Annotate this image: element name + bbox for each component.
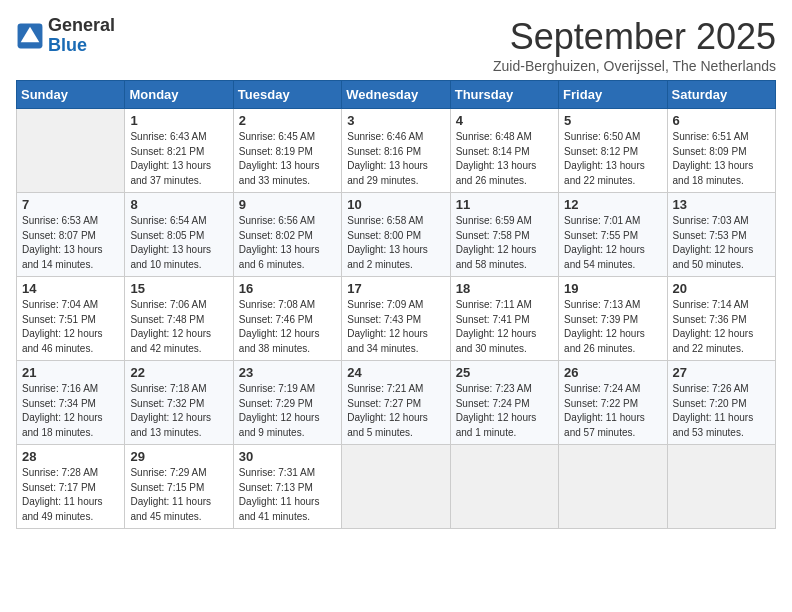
logo: General Blue bbox=[16, 16, 115, 56]
weekday-header-wednesday: Wednesday bbox=[342, 81, 450, 109]
calendar-cell: 4Sunrise: 6:48 AM Sunset: 8:14 PM Daylig… bbox=[450, 109, 558, 193]
calendar-cell: 18Sunrise: 7:11 AM Sunset: 7:41 PM Dayli… bbox=[450, 277, 558, 361]
day-info: Sunrise: 7:29 AM Sunset: 7:15 PM Dayligh… bbox=[130, 466, 227, 524]
week-row-5: 28Sunrise: 7:28 AM Sunset: 7:17 PM Dayli… bbox=[17, 445, 776, 529]
day-number: 17 bbox=[347, 281, 444, 296]
calendar-cell: 25Sunrise: 7:23 AM Sunset: 7:24 PM Dayli… bbox=[450, 361, 558, 445]
calendar-cell: 5Sunrise: 6:50 AM Sunset: 8:12 PM Daylig… bbox=[559, 109, 667, 193]
weekday-header-friday: Friday bbox=[559, 81, 667, 109]
day-number: 18 bbox=[456, 281, 553, 296]
calendar-cell: 19Sunrise: 7:13 AM Sunset: 7:39 PM Dayli… bbox=[559, 277, 667, 361]
calendar-cell: 8Sunrise: 6:54 AM Sunset: 8:05 PM Daylig… bbox=[125, 193, 233, 277]
day-number: 30 bbox=[239, 449, 336, 464]
day-number: 10 bbox=[347, 197, 444, 212]
day-info: Sunrise: 7:13 AM Sunset: 7:39 PM Dayligh… bbox=[564, 298, 661, 356]
day-info: Sunrise: 7:09 AM Sunset: 7:43 PM Dayligh… bbox=[347, 298, 444, 356]
month-title: September 2025 bbox=[493, 16, 776, 58]
weekday-header-sunday: Sunday bbox=[17, 81, 125, 109]
day-number: 26 bbox=[564, 365, 661, 380]
day-number: 28 bbox=[22, 449, 119, 464]
calendar-cell: 14Sunrise: 7:04 AM Sunset: 7:51 PM Dayli… bbox=[17, 277, 125, 361]
day-number: 9 bbox=[239, 197, 336, 212]
weekday-header-thursday: Thursday bbox=[450, 81, 558, 109]
day-number: 24 bbox=[347, 365, 444, 380]
weekday-header-tuesday: Tuesday bbox=[233, 81, 341, 109]
day-info: Sunrise: 7:08 AM Sunset: 7:46 PM Dayligh… bbox=[239, 298, 336, 356]
day-info: Sunrise: 6:56 AM Sunset: 8:02 PM Dayligh… bbox=[239, 214, 336, 272]
day-number: 12 bbox=[564, 197, 661, 212]
calendar-cell: 13Sunrise: 7:03 AM Sunset: 7:53 PM Dayli… bbox=[667, 193, 775, 277]
day-info: Sunrise: 6:58 AM Sunset: 8:00 PM Dayligh… bbox=[347, 214, 444, 272]
calendar-cell: 24Sunrise: 7:21 AM Sunset: 7:27 PM Dayli… bbox=[342, 361, 450, 445]
day-number: 8 bbox=[130, 197, 227, 212]
day-info: Sunrise: 6:53 AM Sunset: 8:07 PM Dayligh… bbox=[22, 214, 119, 272]
week-row-1: 1Sunrise: 6:43 AM Sunset: 8:21 PM Daylig… bbox=[17, 109, 776, 193]
calendar-cell: 3Sunrise: 6:46 AM Sunset: 8:16 PM Daylig… bbox=[342, 109, 450, 193]
calendar-cell bbox=[667, 445, 775, 529]
weekday-header-monday: Monday bbox=[125, 81, 233, 109]
calendar-table: SundayMondayTuesdayWednesdayThursdayFrid… bbox=[16, 80, 776, 529]
week-row-2: 7Sunrise: 6:53 AM Sunset: 8:07 PM Daylig… bbox=[17, 193, 776, 277]
day-info: Sunrise: 7:21 AM Sunset: 7:27 PM Dayligh… bbox=[347, 382, 444, 440]
weekday-header-saturday: Saturday bbox=[667, 81, 775, 109]
day-info: Sunrise: 6:45 AM Sunset: 8:19 PM Dayligh… bbox=[239, 130, 336, 188]
calendar-cell bbox=[342, 445, 450, 529]
day-number: 5 bbox=[564, 113, 661, 128]
day-info: Sunrise: 7:11 AM Sunset: 7:41 PM Dayligh… bbox=[456, 298, 553, 356]
day-number: 7 bbox=[22, 197, 119, 212]
day-info: Sunrise: 7:06 AM Sunset: 7:48 PM Dayligh… bbox=[130, 298, 227, 356]
day-info: Sunrise: 7:16 AM Sunset: 7:34 PM Dayligh… bbox=[22, 382, 119, 440]
weekday-header-row: SundayMondayTuesdayWednesdayThursdayFrid… bbox=[17, 81, 776, 109]
calendar-cell: 27Sunrise: 7:26 AM Sunset: 7:20 PM Dayli… bbox=[667, 361, 775, 445]
calendar-cell bbox=[450, 445, 558, 529]
day-info: Sunrise: 6:43 AM Sunset: 8:21 PM Dayligh… bbox=[130, 130, 227, 188]
day-number: 6 bbox=[673, 113, 770, 128]
logo-icon bbox=[16, 22, 44, 50]
calendar-cell: 7Sunrise: 6:53 AM Sunset: 8:07 PM Daylig… bbox=[17, 193, 125, 277]
calendar-cell: 30Sunrise: 7:31 AM Sunset: 7:13 PM Dayli… bbox=[233, 445, 341, 529]
day-number: 3 bbox=[347, 113, 444, 128]
day-info: Sunrise: 6:54 AM Sunset: 8:05 PM Dayligh… bbox=[130, 214, 227, 272]
day-info: Sunrise: 7:18 AM Sunset: 7:32 PM Dayligh… bbox=[130, 382, 227, 440]
calendar-cell: 10Sunrise: 6:58 AM Sunset: 8:00 PM Dayli… bbox=[342, 193, 450, 277]
day-number: 2 bbox=[239, 113, 336, 128]
day-info: Sunrise: 6:51 AM Sunset: 8:09 PM Dayligh… bbox=[673, 130, 770, 188]
calendar-cell: 11Sunrise: 6:59 AM Sunset: 7:58 PM Dayli… bbox=[450, 193, 558, 277]
calendar-cell: 26Sunrise: 7:24 AM Sunset: 7:22 PM Dayli… bbox=[559, 361, 667, 445]
day-info: Sunrise: 7:03 AM Sunset: 7:53 PM Dayligh… bbox=[673, 214, 770, 272]
calendar-cell: 16Sunrise: 7:08 AM Sunset: 7:46 PM Dayli… bbox=[233, 277, 341, 361]
logo-general: General Blue bbox=[48, 16, 115, 56]
day-number: 15 bbox=[130, 281, 227, 296]
day-info: Sunrise: 6:46 AM Sunset: 8:16 PM Dayligh… bbox=[347, 130, 444, 188]
day-info: Sunrise: 7:01 AM Sunset: 7:55 PM Dayligh… bbox=[564, 214, 661, 272]
day-number: 13 bbox=[673, 197, 770, 212]
day-number: 21 bbox=[22, 365, 119, 380]
week-row-4: 21Sunrise: 7:16 AM Sunset: 7:34 PM Dayli… bbox=[17, 361, 776, 445]
day-number: 22 bbox=[130, 365, 227, 380]
calendar-cell: 28Sunrise: 7:28 AM Sunset: 7:17 PM Dayli… bbox=[17, 445, 125, 529]
day-number: 1 bbox=[130, 113, 227, 128]
day-number: 11 bbox=[456, 197, 553, 212]
calendar-cell: 29Sunrise: 7:29 AM Sunset: 7:15 PM Dayli… bbox=[125, 445, 233, 529]
calendar-cell: 9Sunrise: 6:56 AM Sunset: 8:02 PM Daylig… bbox=[233, 193, 341, 277]
calendar-cell: 17Sunrise: 7:09 AM Sunset: 7:43 PM Dayli… bbox=[342, 277, 450, 361]
title-area: September 2025 Zuid-Berghuizen, Overijss… bbox=[493, 16, 776, 74]
subtitle: Zuid-Berghuizen, Overijssel, The Netherl… bbox=[493, 58, 776, 74]
day-info: Sunrise: 7:26 AM Sunset: 7:20 PM Dayligh… bbox=[673, 382, 770, 440]
day-info: Sunrise: 7:24 AM Sunset: 7:22 PM Dayligh… bbox=[564, 382, 661, 440]
day-info: Sunrise: 6:48 AM Sunset: 8:14 PM Dayligh… bbox=[456, 130, 553, 188]
day-number: 4 bbox=[456, 113, 553, 128]
day-number: 29 bbox=[130, 449, 227, 464]
calendar-cell: 20Sunrise: 7:14 AM Sunset: 7:36 PM Dayli… bbox=[667, 277, 775, 361]
day-info: Sunrise: 7:19 AM Sunset: 7:29 PM Dayligh… bbox=[239, 382, 336, 440]
day-number: 14 bbox=[22, 281, 119, 296]
day-number: 20 bbox=[673, 281, 770, 296]
day-number: 19 bbox=[564, 281, 661, 296]
week-row-3: 14Sunrise: 7:04 AM Sunset: 7:51 PM Dayli… bbox=[17, 277, 776, 361]
calendar-cell: 21Sunrise: 7:16 AM Sunset: 7:34 PM Dayli… bbox=[17, 361, 125, 445]
calendar-cell: 12Sunrise: 7:01 AM Sunset: 7:55 PM Dayli… bbox=[559, 193, 667, 277]
day-number: 23 bbox=[239, 365, 336, 380]
day-info: Sunrise: 7:31 AM Sunset: 7:13 PM Dayligh… bbox=[239, 466, 336, 524]
calendar-cell: 6Sunrise: 6:51 AM Sunset: 8:09 PM Daylig… bbox=[667, 109, 775, 193]
day-info: Sunrise: 6:59 AM Sunset: 7:58 PM Dayligh… bbox=[456, 214, 553, 272]
